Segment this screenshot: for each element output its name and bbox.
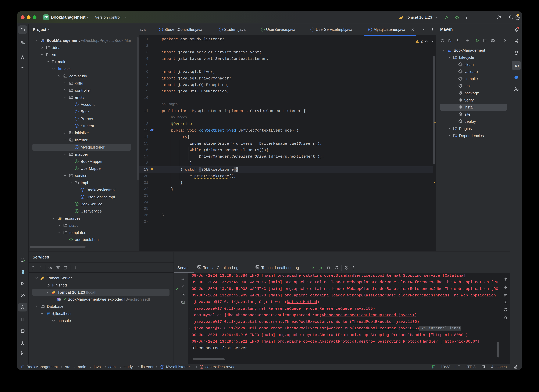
svg-text:I: I xyxy=(76,203,77,205)
svg-text:C: C xyxy=(160,28,162,31)
svg-text:C: C xyxy=(76,103,77,106)
svg-text:m: m xyxy=(201,366,202,368)
svg-text:C: C xyxy=(76,117,77,120)
svg-text:C: C xyxy=(76,124,77,127)
svg-text:C: C xyxy=(76,110,77,113)
svg-text:C: C xyxy=(161,366,163,368)
svg-text:C: C xyxy=(76,146,77,148)
svg-text:C: C xyxy=(82,189,83,191)
svg-text:I: I xyxy=(76,167,77,169)
svg-text:m: m xyxy=(448,48,452,53)
svg-text:C: C xyxy=(312,28,313,31)
svg-text:I: I xyxy=(76,160,77,163)
svg-text:?: ? xyxy=(23,42,24,44)
svg-text:C: C xyxy=(82,196,83,198)
svg-text:I: I xyxy=(76,210,77,212)
svg-text:C: C xyxy=(369,28,371,31)
svg-text:I: I xyxy=(262,28,263,31)
svg-text:C: C xyxy=(220,28,222,31)
